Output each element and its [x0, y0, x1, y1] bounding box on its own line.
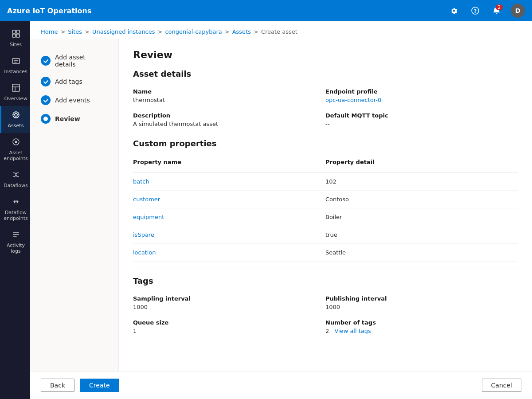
- sidebar-item-dataflows[interactable]: Dataflows: [0, 166, 30, 193]
- step-review[interactable]: Review: [37, 110, 111, 128]
- property-name-header: Property name: [133, 155, 325, 169]
- sidebar-label-instances: Instances: [4, 69, 27, 74]
- app-title: Azure IoT Operations: [7, 7, 442, 15]
- overview-icon: [12, 83, 20, 94]
- help-button[interactable]: ?: [468, 4, 482, 18]
- custom-properties-header: Property name Property detail: [133, 155, 518, 173]
- steps-panel: Add asset details Add tags: [30, 39, 119, 371]
- dataflow-endpoints-icon: [12, 197, 20, 208]
- prop-name-location: location: [133, 249, 325, 256]
- breadcrumb-unassigned-instances[interactable]: Unassigned instances: [92, 28, 155, 35]
- breadcrumb-congenial-capybara[interactable]: congenial-capybara: [165, 28, 222, 35]
- inner-layout: Add asset details Add tags: [30, 39, 532, 371]
- sidebar: Sites Instances Overview: [0, 21, 30, 399]
- sidebar-item-activity-logs[interactable]: Activity logs: [0, 226, 30, 258]
- mqtt-topic-label: Default MQTT topic: [325, 112, 518, 119]
- user-avatar[interactable]: D: [511, 4, 525, 18]
- step-add-events[interactable]: Add events: [37, 91, 111, 110]
- svg-point-11: [15, 141, 17, 143]
- sidebar-item-sites[interactable]: Sites: [0, 25, 30, 52]
- description-label: Description: [133, 112, 325, 119]
- svg-rect-5: [16, 34, 20, 37]
- tags-grid: Sampling interval 1000 Publishing interv…: [133, 293, 518, 340]
- cancel-button[interactable]: Cancel: [482, 379, 521, 392]
- checkmark-icon-3: [43, 98, 49, 103]
- create-button[interactable]: Create: [80, 379, 119, 392]
- assets-icon: [12, 110, 20, 121]
- review-title: Review: [133, 49, 518, 60]
- breadcrumb-assets[interactable]: Assets: [232, 28, 251, 35]
- svg-rect-2: [12, 30, 16, 33]
- mqtt-topic-cell: Default MQTT topic --: [325, 110, 518, 133]
- step-add-asset-details[interactable]: Add asset details: [37, 49, 111, 72]
- top-navigation: Azure IoT Operations ? 2 D: [0, 0, 532, 21]
- step-label-1: Add asset details: [55, 54, 108, 68]
- prop-value-location: Seattle: [325, 249, 518, 256]
- number-of-tags-label: Number of tags: [325, 319, 518, 326]
- step-add-tags[interactable]: Add tags: [37, 72, 111, 91]
- publishing-interval-label: Publishing interval: [325, 295, 518, 302]
- table-row: batch 102: [133, 173, 518, 191]
- description-cell: Description A simulated thermostat asset: [133, 110, 325, 133]
- sidebar-item-overview[interactable]: Overview: [0, 79, 30, 106]
- sidebar-label-asset-endpoints: Asset endpoints: [3, 150, 28, 161]
- back-button[interactable]: Back: [41, 379, 74, 392]
- sidebar-label-dataflow-endpoints: Dataflow endpoints: [3, 210, 28, 221]
- name-value: thermostat: [133, 97, 325, 103]
- endpoint-profile-value: opc-ua-connector-0: [325, 97, 518, 103]
- settings-button[interactable]: [447, 4, 461, 18]
- checkmark-icon-2: [43, 79, 49, 85]
- sidebar-item-assets[interactable]: Assets: [0, 106, 30, 133]
- breadcrumb-home[interactable]: Home: [41, 28, 58, 35]
- sampling-interval-value: 1000: [133, 304, 325, 310]
- sidebar-item-instances[interactable]: Instances: [0, 52, 30, 79]
- property-detail-header: Property detail: [325, 155, 518, 169]
- activity-logs-icon: [12, 230, 20, 241]
- breadcrumb-create-asset: Create asset: [261, 28, 297, 35]
- sidebar-label-overview: Overview: [4, 96, 27, 102]
- step-label-3: Add events: [55, 97, 90, 104]
- table-row: isSpare true: [133, 226, 518, 244]
- number-of-tags-cell: Number of tags 2 View all tags: [325, 317, 518, 340]
- step-label-2: Add tags: [55, 78, 82, 85]
- gear-icon: [450, 7, 458, 15]
- main-layout: Sites Instances Overview: [0, 21, 532, 399]
- prop-name-customer: customer: [133, 196, 325, 203]
- breadcrumb-sites[interactable]: Sites: [68, 28, 82, 35]
- section-divider: [133, 269, 518, 269]
- endpoint-profile-label: Endpoint profile: [325, 88, 518, 95]
- table-row: location Seattle: [133, 244, 518, 262]
- table-row: customer Contoso: [133, 191, 518, 208]
- breadcrumb: Home > Sites > Unassigned instances > co…: [30, 21, 532, 39]
- description-value: A simulated thermostat asset: [133, 121, 325, 127]
- asset-endpoints-icon: [12, 137, 20, 148]
- notifications-button[interactable]: 2: [489, 4, 504, 18]
- sidebar-item-asset-endpoints[interactable]: Asset endpoints: [0, 133, 30, 166]
- prop-value-equipment: Boiler: [325, 214, 518, 220]
- queue-size-value: 1: [133, 328, 325, 334]
- instances-icon: [12, 56, 20, 67]
- table-row: equipment Boiler: [133, 208, 518, 226]
- endpoint-profile-cell: Endpoint profile opc-ua-connector-0: [325, 86, 518, 110]
- step-circle-3: [41, 95, 51, 105]
- sites-icon: [12, 29, 20, 40]
- sidebar-item-dataflow-endpoints[interactable]: Dataflow endpoints: [0, 193, 30, 226]
- number-of-tags-value: 2 View all tags: [325, 328, 518, 334]
- step-circle-1: [41, 56, 51, 66]
- prop-name-batch: batch: [133, 178, 325, 185]
- review-panel: Review Asset details Name thermostat End…: [119, 39, 532, 371]
- active-dot: [43, 117, 48, 121]
- queue-size-label: Queue size: [133, 319, 325, 326]
- tags-section-title: Tags: [133, 276, 518, 286]
- checkmark-icon-1: [43, 58, 49, 64]
- prop-value-customer: Contoso: [325, 196, 518, 203]
- view-all-tags-link[interactable]: View all tags: [334, 328, 371, 334]
- prop-name-isspare: isSpare: [133, 231, 325, 238]
- svg-rect-7: [12, 84, 20, 91]
- notification-badge: 2: [496, 4, 503, 10]
- sampling-interval-cell: Sampling interval 1000: [133, 293, 325, 317]
- step-circle-4: [41, 114, 51, 124]
- asset-details-section-title: Asset details: [133, 69, 518, 78]
- step-circle-2: [41, 77, 51, 86]
- publishing-interval-value: 1000: [325, 304, 518, 310]
